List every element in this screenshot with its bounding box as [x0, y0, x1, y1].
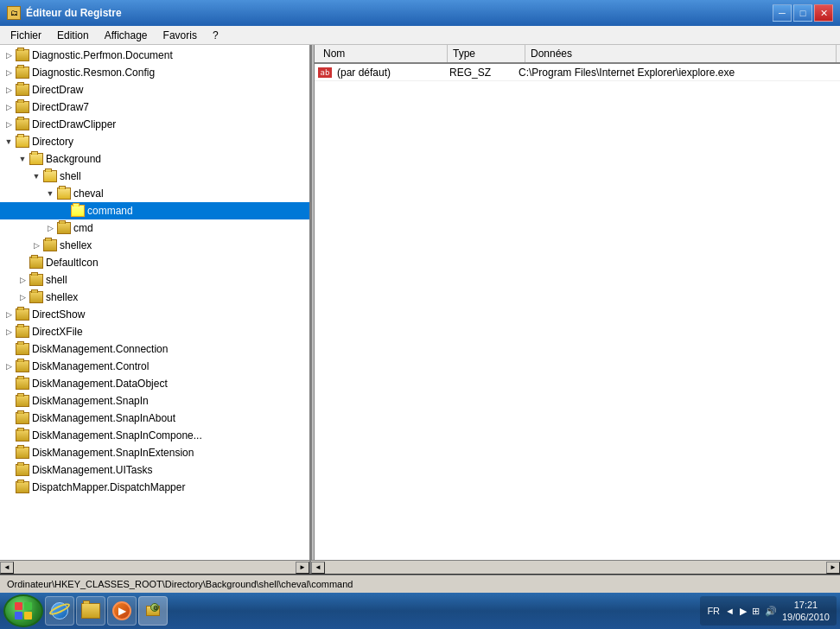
- tree-pane[interactable]: ▷ Diagnostic.Perfmon.Document ▷ Diagnost…: [0, 45, 311, 560]
- svg-rect-0: [15, 602, 22, 610]
- menu-edition[interactable]: Edition: [50, 28, 96, 43]
- maximize-button[interactable]: □: [793, 4, 812, 22]
- tree-item-label: DirectDraw: [32, 84, 83, 96]
- folder-icon: [16, 481, 29, 493]
- expand-icon[interactable]: ▷: [16, 273, 29, 287]
- tree-item-shell2[interactable]: ▷ shell: [0, 271, 309, 289]
- tree-item-directshow[interactable]: ▷ DirectShow: [0, 306, 309, 323]
- hscroll-right-btn2[interactable]: ►: [826, 562, 840, 574]
- hscroll-left-btn2[interactable]: ◄: [311, 562, 325, 574]
- tray-grid-icon: ⊞: [752, 606, 760, 617]
- tree-item-diskmanagement-control[interactable]: ▷ DiskManagement.Control: [0, 358, 309, 375]
- tree-item-directxfile[interactable]: ▷ DirectXFile: [0, 323, 309, 340]
- expand-icon[interactable]: ▷: [2, 359, 16, 373]
- folder-icon-open: [16, 136, 29, 148]
- folder-icon: [16, 464, 29, 476]
- folder-taskbar-icon: [81, 603, 100, 619]
- hscroll-right-btn[interactable]: ►: [296, 562, 309, 574]
- tree-item-diskmanagement-dataobject[interactable]: DiskManagement.DataObject: [0, 375, 309, 392]
- folder-icon: [16, 412, 29, 424]
- expand-icon[interactable]: ▼: [29, 169, 43, 183]
- tray-play-icon: ▶: [740, 606, 747, 617]
- tree-item-background[interactable]: ▼ Background: [0, 150, 309, 168]
- value-row[interactable]: ab (par défaut) REG_SZ C:\Program Files\…: [315, 64, 840, 81]
- folder-icon: [16, 395, 29, 407]
- menu-favoris[interactable]: Favoris: [156, 28, 204, 43]
- expand-icon[interactable]: ▷: [43, 221, 57, 235]
- menu-help[interactable]: ?: [206, 28, 226, 43]
- expand-icon[interactable]: ▷: [2, 48, 16, 62]
- folder-icon-open: [57, 187, 71, 200]
- tree-item-command[interactable]: command: [0, 202, 309, 219]
- tree-item-defaulticon[interactable]: DefaultIcon: [0, 254, 309, 271]
- taskbar-folder-button[interactable]: [76, 596, 105, 626]
- folder-icon: [16, 118, 29, 130]
- tree-item-diagnostic-perfmon[interactable]: ▷ Diagnostic.Perfmon.Document: [0, 47, 309, 64]
- folder-icon: [16, 378, 29, 390]
- expand-icon[interactable]: ▼: [43, 187, 57, 200]
- expand-icon[interactable]: ▼: [16, 152, 29, 166]
- folder-icon: [16, 49, 29, 61]
- taskbar-regedit-button[interactable]: ⚙: [138, 596, 168, 626]
- menu-affichage[interactable]: Affichage: [98, 28, 155, 43]
- tree-item-diskmanagement-snapin[interactable]: DiskManagement.SnapIn: [0, 392, 309, 410]
- expand-icon[interactable]: ▼: [2, 135, 16, 149]
- hscroll-track: [14, 562, 296, 573]
- values-hscroll: ◄ ►: [311, 560, 840, 574]
- tree-item-diskmanagement-snapinextension[interactable]: DiskManagement.SnapInExtension: [0, 444, 309, 461]
- tree-item-shellex2[interactable]: ▷ shellex: [0, 289, 309, 306]
- tree-item-label: cmd: [73, 222, 93, 234]
- tree-item-diagnostic-resmon[interactable]: ▷ Diagnostic.Resmon.Config: [0, 64, 309, 81]
- tree-item-directdraw7[interactable]: ▷ DirectDraw7: [0, 98, 309, 116]
- expand-icon[interactable]: ▷: [29, 238, 43, 252]
- expand-icon[interactable]: ▷: [16, 290, 29, 304]
- expand-icon[interactable]: ▷: [2, 325, 16, 339]
- tree-item-directdraw[interactable]: ▷ DirectDraw: [0, 81, 309, 98]
- tree-item-directdrawclipper[interactable]: ▷ DirectDrawClipper: [0, 116, 309, 133]
- regedit-taskbar-icon: ⚙: [143, 601, 162, 620]
- tree-item-diskmanagement-uitasks[interactable]: DiskManagement.UITasks: [0, 461, 309, 479]
- tree-item-diskmanagement-snapincomponent[interactable]: DiskManagement.SnapInCompone...: [0, 427, 309, 444]
- window-controls: ─ □ ✕: [773, 4, 833, 22]
- tree-item-directory[interactable]: ▼ Directory: [0, 133, 309, 150]
- tree-item-cmd[interactable]: ▷ cmd: [0, 219, 309, 237]
- tree-item-diskmanagement-snapinabout[interactable]: DiskManagement.SnapInAbout: [0, 410, 309, 427]
- folder-icon: [16, 308, 29, 321]
- expand-icon[interactable]: ▷: [2, 308, 16, 321]
- tree-item-label: DiskManagement.Control: [32, 360, 149, 372]
- close-button[interactable]: ✕: [814, 4, 833, 22]
- expand-icon[interactable]: ▷: [2, 100, 16, 114]
- expand-icon[interactable]: ▷: [2, 118, 16, 131]
- tree-item-dispatchmapper[interactable]: DispatchMapper.DispatchMapper: [0, 479, 309, 496]
- folder-icon-open: [29, 153, 43, 165]
- minimize-button[interactable]: ─: [773, 4, 792, 22]
- tree-item-diskmanagement-connection[interactable]: DiskManagement.Connection: [0, 340, 309, 358]
- hscroll-left-btn[interactable]: ◄: [0, 562, 14, 574]
- tree-item-shellex[interactable]: ▷ shellex: [0, 237, 309, 254]
- tree-item-cheval[interactable]: ▼ cheval: [0, 185, 309, 202]
- title-bar: 🗂 Éditeur du Registre ─ □ ✕: [0, 0, 840, 26]
- tree-item-label: DefaultIcon: [46, 257, 99, 269]
- menu-fichier[interactable]: Fichier: [3, 28, 48, 43]
- scrollbar-row: ◄ ► ◄ ►: [0, 560, 840, 574]
- folder-icon-open: [43, 170, 57, 182]
- expand-icon[interactable]: ▷: [2, 66, 16, 79]
- folder-icon: [57, 222, 71, 234]
- tree-item-shell[interactable]: ▼ shell: [0, 168, 309, 185]
- tree-item-label: shell: [46, 274, 67, 286]
- expand-icon[interactable]: ▷: [2, 83, 16, 97]
- folder-tab: [83, 600, 90, 604]
- start-button[interactable]: [3, 594, 43, 627]
- windows-logo: [14, 601, 33, 620]
- clock-time: 17:21: [782, 599, 830, 611]
- tray-language: FR: [707, 606, 720, 616]
- folder-icon: [71, 205, 85, 217]
- hscroll-track2: [325, 562, 826, 573]
- tree-item-label: command: [87, 205, 133, 217]
- taskbar-ie-button[interactable]: [45, 596, 74, 626]
- tree-item-label: Background: [46, 153, 101, 165]
- taskbar-media-button[interactable]: ▶: [107, 596, 137, 626]
- tree-item-label: Directory: [32, 136, 73, 148]
- tray-arrow-left: ◄: [725, 606, 735, 616]
- tray-volume-icon: 🔊: [765, 606, 777, 617]
